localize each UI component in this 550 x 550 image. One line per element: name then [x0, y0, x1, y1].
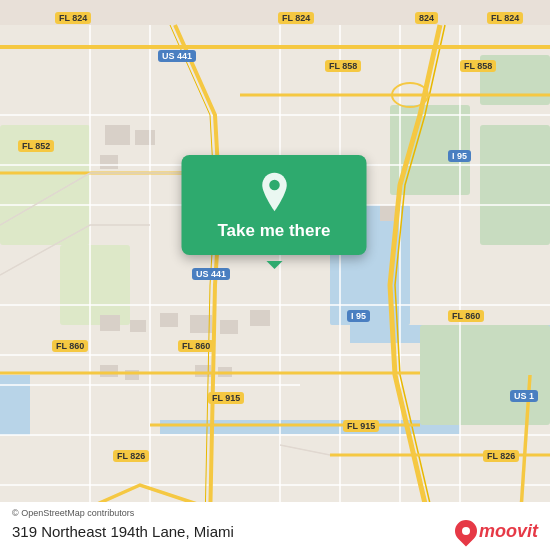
svg-rect-9 [60, 245, 130, 325]
svg-rect-16 [250, 310, 270, 326]
moovit-logo-icon [450, 515, 481, 546]
badge-fl826-l: FL 826 [113, 450, 149, 462]
badge-fl852: FL 852 [18, 140, 54, 152]
svg-rect-18 [130, 320, 146, 332]
location-pin-icon [253, 171, 295, 213]
badge-fl860-l: FL 860 [52, 340, 88, 352]
svg-rect-22 [100, 365, 118, 377]
badge-us441-mid: US 441 [192, 268, 230, 280]
badge-us441-top: US 441 [158, 50, 196, 62]
moovit-logo-text: moovit [479, 521, 538, 542]
badge-fl824-tr2: FL 824 [487, 12, 523, 24]
badge-fl860-c: FL 860 [178, 340, 214, 352]
badge-us1: US 1 [510, 390, 538, 402]
badge-fl915-l: FL 915 [208, 392, 244, 404]
badge-i95-r: I 95 [448, 150, 471, 162]
map-container: FL 824 FL 824 824 FL 824 US 441 FL 858 F… [0, 0, 550, 550]
moovit-logo: moovit [455, 520, 538, 542]
svg-rect-15 [220, 320, 238, 334]
badge-fl915-r: FL 915 [343, 420, 379, 432]
svg-rect-19 [160, 313, 178, 327]
svg-rect-7 [420, 325, 550, 425]
take-me-there-button[interactable]: Take me there [217, 221, 330, 241]
svg-rect-6 [480, 125, 550, 245]
badge-i95-mid: I 95 [347, 310, 370, 322]
badge-fl824-tl: FL 824 [55, 12, 91, 24]
svg-rect-17 [100, 315, 120, 331]
popup-card[interactable]: Take me there [182, 155, 367, 255]
bottom-bar: © OpenStreetMap contributors 319 Northea… [0, 502, 550, 550]
svg-rect-3 [160, 420, 460, 434]
svg-rect-4 [0, 375, 30, 435]
svg-point-46 [269, 180, 280, 191]
svg-rect-11 [105, 125, 130, 145]
address-text: 319 Northeast 194th Lane, Miami [12, 523, 234, 540]
badge-fl858-r: FL 858 [460, 60, 496, 72]
attribution: © OpenStreetMap contributors [12, 508, 538, 518]
badge-fl826-r: FL 826 [483, 450, 519, 462]
badge-fl858-c: FL 858 [325, 60, 361, 72]
svg-rect-13 [100, 155, 118, 169]
svg-rect-12 [135, 130, 155, 145]
badge-fl860-r: FL 860 [448, 310, 484, 322]
badge-fl824-tc: FL 824 [278, 12, 314, 24]
badge-824-tr: 824 [415, 12, 438, 24]
